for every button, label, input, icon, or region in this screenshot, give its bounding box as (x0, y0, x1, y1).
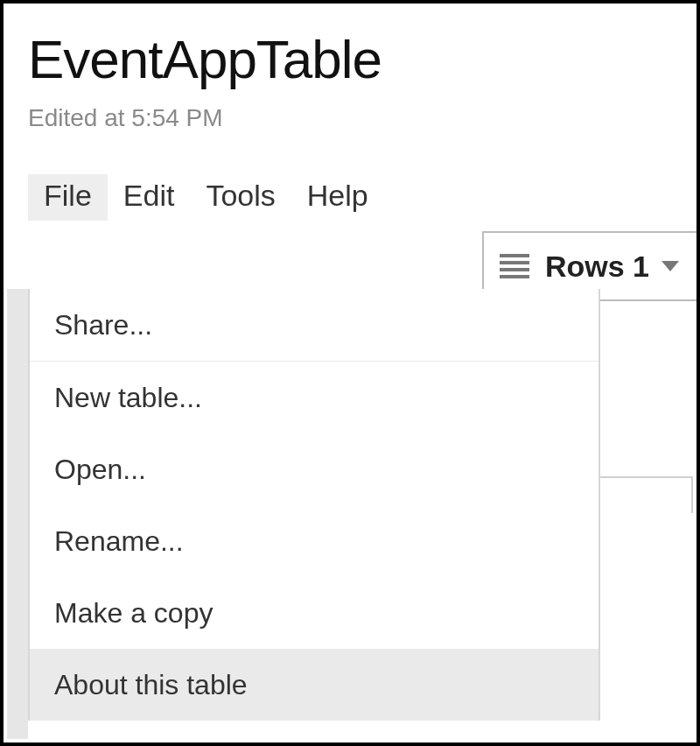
file-menu-rename[interactable]: Rename... (30, 505, 598, 577)
file-menu-make-copy[interactable]: Make a copy (30, 577, 598, 649)
file-menu-new-table[interactable]: New table... (30, 362, 598, 433)
menu-file[interactable]: File (28, 174, 108, 221)
page-title: EventAppTable (28, 28, 672, 90)
rows-label: Rows 1 (545, 250, 649, 284)
left-gutter (7, 289, 28, 739)
file-menu-share[interactable]: Share... (30, 289, 598, 362)
file-menu-open[interactable]: Open... (30, 433, 598, 505)
menu-tools[interactable]: Tools (190, 174, 290, 221)
menu-help[interactable]: Help (291, 174, 384, 221)
menubar: File Edit Tools Help (28, 174, 384, 221)
file-menu-dropdown: Share... New table... Open... Rename... … (28, 289, 600, 721)
right-border-fragment (595, 476, 693, 513)
menubar-row: File Edit Tools Help (28, 174, 672, 221)
chevron-down-icon (662, 261, 679, 271)
menu-edit[interactable]: Edit (108, 174, 191, 221)
file-menu-about-table[interactable]: About this table (30, 649, 598, 721)
rows-icon (500, 250, 529, 282)
edited-status: Edited at 5:54 PM (28, 104, 672, 132)
app-window: EventAppTable Edited at 5:54 PM File Edi… (0, 0, 700, 746)
